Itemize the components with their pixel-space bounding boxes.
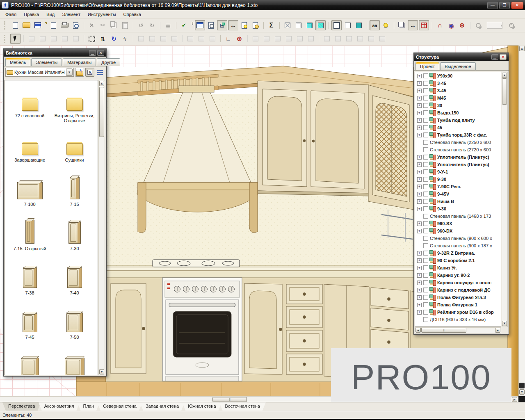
tree-item[interactable]: 45 [415, 124, 501, 131]
expand-icon[interactable] [417, 295, 422, 300]
tree-item[interactable]: Рейлинг хром D16 в сбор [415, 308, 501, 316]
library-item[interactable]: Сушилки [52, 130, 97, 168]
view-tab[interactable]: Восточная стена [219, 402, 266, 411]
tree-item[interactable]: Стеновая панель (1468 x 173 [415, 212, 501, 220]
expand-icon[interactable] [417, 288, 422, 292]
structure-minimize-button[interactable]: ▁ [491, 54, 498, 60]
view-tab[interactable]: Южная стена [182, 402, 221, 411]
tree-item[interactable]: Полка Фигурная 1 [415, 301, 501, 308]
checkbox[interactable] [423, 251, 428, 256]
details-view-button[interactable] [96, 68, 105, 77]
expand-icon[interactable] [417, 133, 422, 137]
tree-item[interactable]: 9-30 [415, 205, 501, 212]
library-minimize-button[interactable]: ▁ [89, 50, 96, 56]
center-horizontal-icon[interactable] [294, 34, 305, 44]
view-tab[interactable]: Северная стена [97, 402, 142, 411]
expand-icon[interactable] [417, 162, 422, 167]
print-icon[interactable] [59, 20, 70, 30]
canvas-vertical-scrollbar[interactable]: ▲ ▼ [518, 46, 525, 396]
expand-icon[interactable] [417, 273, 422, 278]
view-tab[interactable]: Перспектива [2, 402, 41, 411]
grid-icon[interactable] [419, 20, 429, 30]
group-icon[interactable] [136, 34, 146, 44]
checkbox[interactable] [423, 110, 428, 115]
checkbox[interactable] [423, 295, 428, 300]
expand-icon[interactable] [417, 81, 422, 86]
align-bottom-icon[interactable] [283, 34, 294, 44]
tree-item[interactable]: Полка Фигурная Угл.3 [415, 294, 501, 301]
tree-item[interactable]: 3-45 [415, 80, 501, 87]
checkbox[interactable] [423, 147, 428, 152]
checkbox[interactable] [423, 177, 428, 182]
tree-item[interactable]: М45 [415, 94, 501, 102]
expand-icon[interactable] [417, 177, 422, 182]
tree-item[interactable]: Стеновая панель (900 x 187 x [415, 242, 501, 249]
tree-item[interactable]: Уплотнитель (Плинтус) [415, 161, 501, 168]
center-vertical-icon[interactable] [306, 34, 316, 44]
view-colors-icon[interactable] [304, 20, 315, 30]
expand-icon[interactable] [417, 126, 422, 130]
view-wireframe-icon[interactable] [282, 20, 292, 30]
expand-icon[interactable] [417, 74, 422, 78]
scrollbar-thumb[interactable] [212, 397, 247, 402]
scroll-right-button[interactable]: ► [495, 328, 500, 333]
library-scrollbar[interactable]: ▲ ▼ [98, 80, 105, 375]
structure-tab[interactable]: Выделенное [440, 62, 475, 70]
camera-center-icon[interactable] [446, 20, 456, 30]
restore-button[interactable]: ❐ [499, 2, 510, 9]
tree-item[interactable]: Ниша В [415, 198, 501, 205]
checkbox[interactable] [423, 96, 428, 100]
scroll-up-button[interactable]: ▲ [519, 46, 525, 51]
checkbox[interactable] [423, 221, 428, 226]
align-right-icon[interactable] [261, 34, 272, 44]
tree-item[interactable]: Тумба под плиту [415, 116, 501, 124]
scrollbar-thumb[interactable] [519, 383, 525, 388]
scrollbar-thumb[interactable] [99, 87, 104, 137]
tree-item[interactable]: Каниз Уг. [415, 264, 501, 272]
tree-item[interactable]: Стеновая панель (2250 x 600 [415, 139, 501, 146]
select-region-icon[interactable] [87, 34, 97, 44]
checkbox[interactable] [423, 236, 428, 241]
corner-join-icon[interactable] [223, 34, 233, 44]
checkbox[interactable] [423, 155, 428, 160]
page-setup-icon[interactable] [48, 20, 59, 30]
library-path-combo[interactable]: Кухни Массив Италия\Н ▼ [5, 68, 74, 77]
expand-icon[interactable] [417, 199, 422, 204]
expand-icon[interactable] [417, 89, 422, 93]
view-textures-icon[interactable] [315, 20, 326, 30]
new-document-icon[interactable] [10, 20, 21, 30]
distribute-v-icon[interactable] [333, 34, 343, 44]
redo-icon[interactable] [147, 20, 157, 30]
library-item[interactable]: 7-38 [7, 262, 52, 301]
shadows-icon[interactable] [397, 20, 407, 30]
tree-item[interactable]: 30 [415, 102, 501, 109]
tree-item[interactable]: ДСП16 (900 x 333 x 16 мм) [415, 316, 501, 323]
library-title-bar[interactable]: Библиотека ▁ ✕ [4, 49, 106, 57]
view-tab[interactable]: Аксонометрия [39, 402, 80, 411]
structure-close-button[interactable]: ✕ [500, 54, 507, 60]
rotation-center-icon[interactable] [457, 20, 467, 30]
magnet-icon[interactable] [435, 20, 445, 30]
library-tab[interactable]: Мебель [5, 58, 30, 66]
fit-together-icon[interactable] [366, 34, 376, 44]
menu-item[interactable]: Инструменты [84, 11, 120, 18]
minimize-button[interactable]: — [487, 2, 498, 9]
find-tool-icon[interactable] [71, 34, 81, 44]
expand-icon[interactable] [417, 185, 422, 189]
checkbox[interactable] [423, 273, 428, 278]
tree-item[interactable]: Выдв.150 [415, 109, 501, 116]
library-item[interactable]: 7-30 [52, 218, 97, 257]
structure-tab[interactable]: Проект [415, 62, 439, 70]
view-contours-icon[interactable] [331, 20, 342, 30]
library-item[interactable]: Витрины, Решетки, Открытые [52, 85, 97, 124]
tree-item[interactable]: Карниз полукруг с поло: [415, 279, 501, 286]
tree-item[interactable]: У90х90 [415, 72, 501, 80]
tree-item[interactable]: 9-45V [415, 190, 501, 198]
expand-icon[interactable] [417, 155, 422, 160]
expand-icon[interactable] [417, 266, 422, 270]
expand-icon[interactable] [417, 258, 422, 263]
up-folder-button[interactable] [75, 68, 84, 77]
rotate-view-icon[interactable] [109, 34, 119, 44]
tree-item[interactable]: Карниз уг. 90-2 [415, 272, 501, 279]
expand-icon[interactable] [417, 170, 422, 174]
